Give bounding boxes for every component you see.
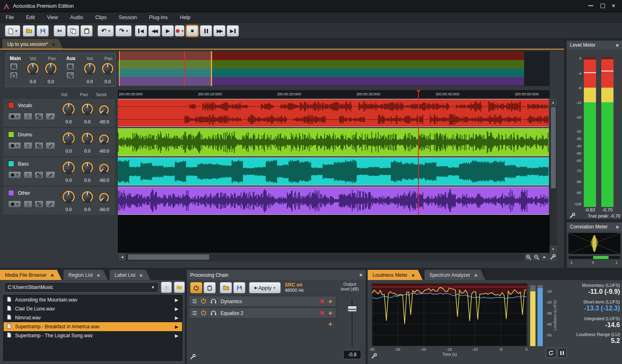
track-lane[interactable] [118, 187, 549, 215]
close-icon[interactable]: × [52, 42, 55, 47]
plugin-power-icon[interactable] [201, 298, 206, 305]
close-icon[interactable]: × [359, 272, 362, 278]
chain-item[interactable]: Equalize 2✖+ [189, 308, 336, 319]
plugin-preview-headphones-icon[interactable] [210, 310, 217, 317]
file-list-item[interactable]: Nimrod.wav▶ [4, 313, 182, 322]
send-knob[interactable] [99, 193, 109, 202]
file-list-item[interactable]: Supertramp - Breakfast in America.wav▶ [4, 322, 182, 331]
fx-button[interactable] [46, 142, 55, 149]
browse-folder-button[interactable] [174, 282, 185, 293]
track-color-swatch[interactable] [8, 190, 14, 196]
save-button[interactable] [37, 25, 49, 37]
record-arm-button[interactable]: ▾ [8, 200, 21, 208]
main-clipboard-button[interactable] [10, 72, 18, 79]
playhead[interactable] [418, 90, 419, 215]
track-header[interactable]: Drums▾!0.00.0-60.0 [3, 128, 115, 156]
scroll-down-icon[interactable]: ▼ [550, 246, 557, 253]
drag-handle-icon[interactable] [193, 310, 197, 316]
maximize-button[interactable] [600, 4, 605, 8]
mute-button[interactable] [35, 142, 43, 149]
pan-knob[interactable] [82, 133, 93, 144]
solo-button[interactable]: ! [24, 113, 33, 120]
main-pan-knob[interactable] [45, 63, 56, 74]
zoom-menu-icon[interactable]: ▶ [541, 254, 548, 261]
track-lane[interactable] [118, 128, 549, 156]
fast-forward-button[interactable]: ▶▶ [213, 25, 225, 37]
menu-item-audio[interactable]: Audio [70, 15, 83, 20]
overview-viewport-edge[interactable] [211, 51, 212, 86]
aux-mixer-button[interactable] [66, 63, 74, 70]
close-icon[interactable]: × [412, 273, 415, 278]
record-button[interactable]: ▾ [175, 25, 184, 37]
mute-button[interactable] [35, 113, 43, 120]
record-arm-button[interactable]: ▾ [8, 142, 21, 149]
track-lane[interactable] [118, 157, 549, 185]
pan-knob[interactable] [82, 103, 93, 115]
preview-play-icon[interactable]: ▶ [175, 315, 178, 321]
record-arm-button[interactable]: ▾ [8, 171, 21, 179]
loudness-pause-button[interactable] [557, 348, 567, 358]
chain-open-button[interactable] [220, 282, 232, 293]
chain-save-button[interactable] [233, 282, 245, 293]
play-button[interactable]: ▶ [162, 25, 174, 37]
paste-button[interactable] [80, 25, 93, 37]
mute-button[interactable] [35, 171, 43, 179]
menu-item-edit[interactable]: Edit [26, 15, 35, 20]
tab-spectrum-analyzer[interactable]: Spectrum Analyzer× [425, 270, 485, 280]
plugin-preview-headphones-icon[interactable] [210, 298, 217, 305]
loudness-settings-wrench-icon[interactable] [371, 353, 377, 360]
volume-knob[interactable] [63, 132, 75, 144]
track-header[interactable]: Other▾!0.00.0-60.0 [3, 187, 115, 215]
go-to-end-button[interactable]: ▶ [227, 25, 239, 37]
drag-handle-icon[interactable] [193, 299, 197, 304]
send-knob[interactable] [99, 164, 109, 173]
track-lane[interactable] [118, 99, 549, 127]
close-icon[interactable]: × [615, 42, 619, 48]
file-list-item[interactable]: Clair De Lune.wav▶ [4, 304, 182, 313]
close-icon[interactable]: × [615, 224, 619, 230]
track-header[interactable]: Vocals▾!0.00.0-60.0 [3, 99, 115, 127]
apply-button[interactable]: ▶ Apply ▾ [249, 282, 281, 293]
aux-pan-knob[interactable] [102, 63, 113, 74]
record-arm-button[interactable]: ▾ [8, 113, 21, 120]
aux-volume-knob[interactable] [84, 63, 95, 74]
menu-item-plugins[interactable]: Plug-Ins [149, 15, 168, 20]
plugin-power-icon[interactable] [201, 310, 206, 317]
zoom-out-icon[interactable] [533, 254, 540, 261]
scroll-up-icon[interactable]: ▲ [550, 99, 557, 106]
fx-button[interactable] [46, 200, 55, 208]
chain-clipboard-button[interactable] [204, 282, 216, 293]
close-icon[interactable]: × [51, 273, 54, 278]
vertical-scrollbar[interactable]: ▲ ▼ [550, 99, 557, 253]
stop-button[interactable]: ■ [186, 25, 198, 37]
track-color-swatch[interactable] [8, 131, 14, 138]
track-header[interactable]: Bass▾!0.00.0-60.0 [3, 157, 115, 185]
minimize-button[interactable] [588, 5, 593, 6]
tab-label-list[interactable]: Label List× [110, 270, 151, 280]
loudness-reset-button[interactable] [546, 348, 556, 358]
remove-plugin-icon[interactable]: ✖ [320, 310, 324, 316]
rewind-button[interactable]: ◀◀ [148, 25, 160, 37]
volume-knob[interactable] [63, 191, 75, 203]
volume-knob[interactable] [63, 103, 75, 115]
close-button[interactable]: × [612, 2, 615, 9]
track-color-swatch[interactable] [8, 161, 14, 167]
fx-button[interactable] [46, 171, 55, 179]
close-icon[interactable]: × [139, 273, 143, 278]
path-dropdown[interactable]: C:\Users\Stian\Music ▼ [4, 282, 158, 293]
chain-power-button[interactable] [190, 282, 202, 293]
pan-knob[interactable] [82, 162, 93, 173]
send-knob[interactable] [99, 134, 109, 144]
timeline-settings-wrench-icon[interactable] [549, 254, 556, 261]
fx-button[interactable] [46, 113, 55, 120]
solo-button[interactable]: ! [24, 200, 33, 208]
tab-session[interactable]: Up to you.session* × [2, 39, 63, 50]
preview-play-icon[interactable]: ▶ [175, 297, 178, 303]
timeline-ruler[interactable]: |00:00:00:000|00:00:10:000|00:00:20:000|… [118, 90, 550, 98]
chain-settings-wrench-icon[interactable] [190, 354, 196, 361]
aux-bypass-button[interactable] [66, 72, 74, 79]
vertical-scroll-thumb[interactable] [551, 107, 556, 188]
timeline-empty-area[interactable] [118, 215, 550, 253]
tab-loudness-meter[interactable]: Loudness Meter× [368, 270, 423, 280]
horizontal-scrollbar[interactable]: ◀ ▶ [118, 253, 550, 261]
